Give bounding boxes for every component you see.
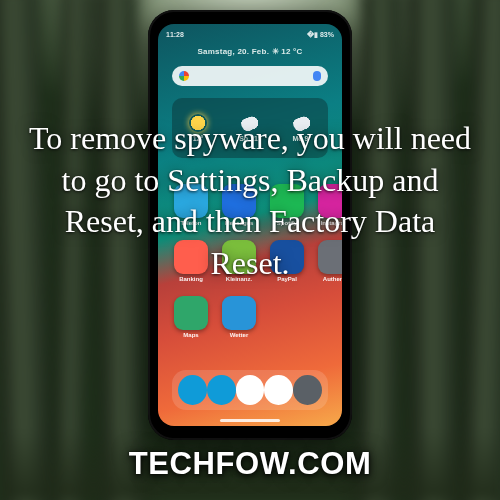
search-bar[interactable]	[172, 66, 328, 86]
nav-pill[interactable]	[220, 419, 280, 422]
image-card: 11:28 �▮ 83% Samstag, 20. Feb. ☀ 12 °C 1…	[0, 0, 500, 500]
google-icon	[179, 71, 189, 81]
headline-text: To remove spyware, you will need to go t…	[0, 118, 500, 284]
app-maps[interactable]	[174, 296, 208, 330]
date-weather-line: Samstag, 20. Feb. ☀ 12 °C	[158, 48, 342, 56]
dock	[172, 370, 328, 410]
status-battery: �▮ 83%	[307, 31, 334, 38]
dock-camera[interactable]	[293, 375, 322, 405]
app-label-maps: Maps	[168, 332, 214, 338]
app-label-wetter: Wetter	[216, 332, 262, 338]
status-bar: 11:28 �▮ 83%	[158, 24, 342, 42]
dock-dialer[interactable]	[178, 375, 207, 405]
status-time: 11:28	[166, 31, 184, 38]
app-wetter[interactable]	[222, 296, 256, 330]
mic-icon	[313, 71, 321, 81]
dock-store[interactable]	[264, 375, 293, 405]
dock-chrome[interactable]	[236, 375, 265, 405]
dock-sms[interactable]	[207, 375, 236, 405]
watermark-text: TECHFOW.COM	[0, 446, 500, 482]
